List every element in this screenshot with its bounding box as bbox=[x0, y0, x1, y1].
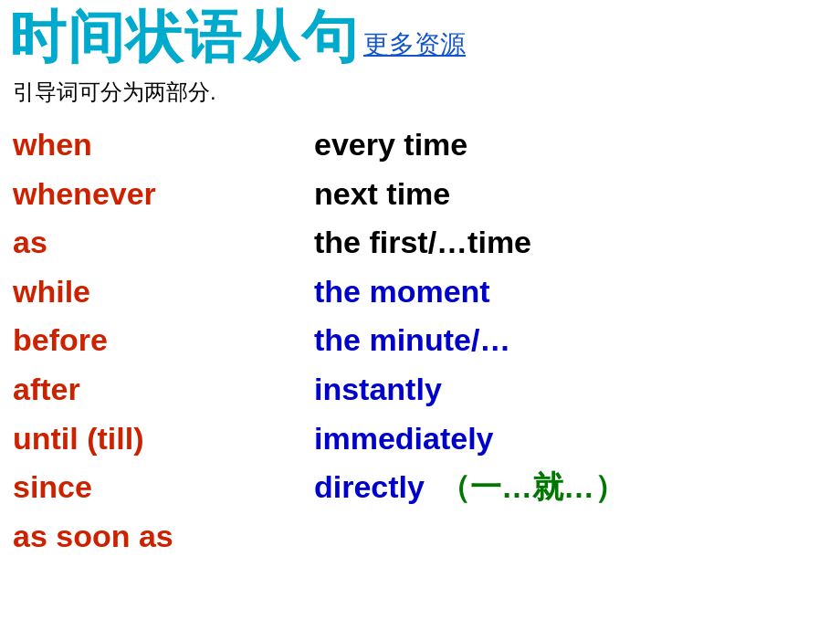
list-item: as bbox=[13, 219, 296, 267]
list-item: as soon as bbox=[13, 513, 296, 561]
left-column: when whenever as while before after unti… bbox=[13, 121, 296, 560]
page-header: 时间状语从句 更多资源 bbox=[0, 0, 840, 70]
content-area: when whenever as while before after unti… bbox=[0, 121, 840, 560]
list-item: the first/…time bbox=[314, 219, 827, 267]
list-item: before bbox=[13, 317, 296, 364]
more-resources-link[interactable]: 更多资源 bbox=[363, 27, 466, 66]
list-item: next time bbox=[314, 171, 827, 218]
list-item: the moment bbox=[314, 268, 827, 316]
list-item: when bbox=[13, 121, 296, 169]
page-title-chinese: 时间状语从句 bbox=[9, 9, 360, 66]
list-item: the minute/… bbox=[314, 317, 827, 364]
list-item: since bbox=[13, 464, 296, 511]
subtitle-text: 引导词可分为两部分. bbox=[0, 70, 840, 121]
list-item: every time bbox=[314, 121, 827, 169]
list-item: immediately bbox=[314, 415, 827, 463]
list-item-note: （一…就…） bbox=[439, 467, 625, 509]
list-item: whenever bbox=[13, 171, 296, 218]
list-item: directly bbox=[314, 464, 425, 511]
list-item: while bbox=[13, 268, 296, 316]
right-column: every time next time the first/…time the… bbox=[314, 121, 827, 560]
list-item: instantly bbox=[314, 366, 827, 414]
list-item: after bbox=[13, 366, 296, 414]
directly-row: directly （一…就…） bbox=[314, 464, 827, 511]
list-item: until (till) bbox=[13, 415, 296, 463]
